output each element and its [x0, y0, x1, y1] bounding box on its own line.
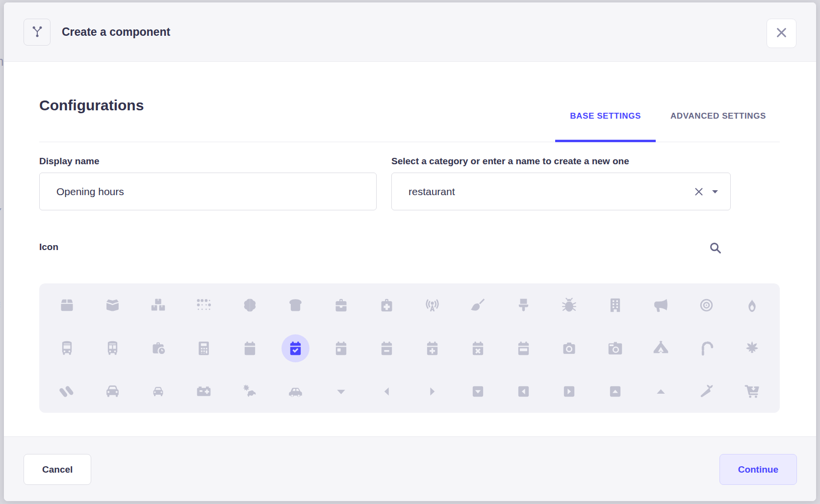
- background-text-fragment: i: [0, 106, 4, 121]
- dimmed-page-background: emtiertYnt≡t: [0, 0, 4, 504]
- icon-option-burn[interactable]: [729, 283, 775, 327]
- background-text-fragment: ≡: [0, 297, 4, 312]
- icon-option-braille[interactable]: [181, 283, 227, 327]
- icon-option-broom[interactable]: [455, 283, 501, 327]
- icon-option-calendar-check[interactable]: [273, 327, 318, 370]
- modal-header: Create a component: [4, 2, 816, 62]
- caret-down-icon[interactable]: [712, 173, 718, 210]
- background-text-fragment: m: [0, 54, 4, 69]
- icon-option-caret-square-up[interactable]: [592, 370, 638, 413]
- settings-tabs: BASE SETTINGSADVANCED SETTINGS: [555, 98, 781, 142]
- icon-option-capsules[interactable]: [44, 370, 90, 413]
- icon-option-campground[interactable]: [638, 327, 684, 370]
- background-text-fragment: r: [0, 159, 4, 175]
- icon-option-calendar-plus[interactable]: [410, 327, 455, 370]
- background-text-fragment: t: [0, 251, 4, 266]
- icon-option-caret-up[interactable]: [638, 370, 684, 413]
- icon-option-car-alt[interactable]: [135, 370, 181, 413]
- cancel-button[interactable]: Cancel: [24, 454, 91, 485]
- icon-option-briefcase[interactable]: [318, 283, 364, 327]
- background-text-fragment: t: [0, 184, 4, 200]
- icon-option-camera-retro[interactable]: [592, 327, 638, 370]
- background-text-fragment: e: [0, 133, 4, 148]
- icon-option-caret-down[interactable]: [318, 370, 364, 413]
- tab-base-settings[interactable]: BASE SETTINGS: [555, 98, 656, 142]
- continue-button[interactable]: Continue: [719, 454, 797, 485]
- icon-grid: [39, 283, 780, 413]
- background-text-fragment: n: [0, 227, 4, 242]
- icon-option-bullhorn[interactable]: [638, 283, 684, 327]
- icon-option-calendar-week[interactable]: [501, 327, 546, 370]
- display-name-label: Display name: [39, 156, 100, 167]
- modal-footer: Cancel Continue: [4, 436, 816, 501]
- icon-option-car-side[interactable]: [273, 370, 318, 413]
- create-component-modal: Create a component Configurations BASE S…: [4, 2, 816, 501]
- icon-option-brain[interactable]: [227, 283, 273, 327]
- component-icon-box: [24, 19, 51, 46]
- category-label: Select a category or enter a name to cre…: [391, 156, 629, 167]
- icon-option-bus[interactable]: [44, 327, 90, 370]
- icon-option-camera[interactable]: [546, 327, 592, 370]
- component-branch-icon: [30, 24, 45, 41]
- magnifier-icon[interactable]: [707, 240, 723, 255]
- icon-option-briefcase-medical[interactable]: [364, 283, 410, 327]
- icon-option-cannabis[interactable]: [729, 327, 775, 370]
- icon-option-boxes[interactable]: [135, 283, 181, 327]
- icon-option-bread-slice[interactable]: [273, 283, 318, 327]
- icon-option-calendar-times[interactable]: [455, 327, 501, 370]
- icon-option-candy-cane[interactable]: [684, 327, 729, 370]
- icon-option-box[interactable]: [44, 283, 90, 327]
- icon-option-carrot[interactable]: [684, 370, 729, 413]
- close-x-icon: [775, 26, 788, 41]
- icon-option-calendar-day[interactable]: [318, 327, 364, 370]
- icon-option-bus-alt[interactable]: [90, 327, 135, 370]
- icon-option-car[interactable]: [90, 370, 135, 413]
- clear-x-icon[interactable]: [693, 173, 705, 210]
- background-text-fragment: e: [0, 19, 4, 34]
- category-selected-value: restaurant: [392, 186, 730, 198]
- icon-option-car-crash[interactable]: [227, 370, 273, 413]
- icon-option-cart-arrow-down[interactable]: [729, 370, 775, 413]
- icon-option-brush[interactable]: [501, 283, 546, 327]
- icon-option-caret-left[interactable]: [364, 370, 410, 413]
- icon-option-bullseye[interactable]: [684, 283, 729, 327]
- page-title: Configurations: [39, 97, 144, 114]
- icon-option-bug[interactable]: [546, 283, 592, 327]
- icon-option-caret-square-left[interactable]: [501, 370, 546, 413]
- icon-option-caret-square-right[interactable]: [546, 370, 592, 413]
- icon-option-caret-square-down[interactable]: [455, 370, 501, 413]
- icon-option-caret-right[interactable]: [410, 370, 455, 413]
- icon-option-calendar[interactable]: [227, 327, 273, 370]
- modal-title: Create a component: [62, 2, 170, 62]
- tab-advanced-settings[interactable]: ADVANCED SETTINGS: [656, 98, 781, 142]
- display-name-input[interactable]: [39, 173, 377, 210]
- selected-icon-halo: [282, 334, 309, 362]
- icon-option-box-open[interactable]: [90, 283, 135, 327]
- icon-option-broadcast-tower[interactable]: [410, 283, 455, 327]
- icon-option-business-time[interactable]: [135, 327, 181, 370]
- category-select[interactable]: restaurant: [391, 173, 731, 210]
- icon-option-car-battery[interactable]: [181, 370, 227, 413]
- background-text-fragment: Y: [0, 205, 4, 221]
- icon-picker-panel: [39, 283, 780, 413]
- icon-option-building[interactable]: [592, 283, 638, 327]
- icon-option-calendar-minus[interactable]: [364, 327, 410, 370]
- background-text-fragment: t: [0, 430, 4, 445]
- icon-option-calculator[interactable]: [181, 327, 227, 370]
- background-text-fragment: t: [0, 81, 4, 96]
- icon-section-label: Icon: [39, 242, 58, 252]
- close-button[interactable]: [767, 19, 796, 48]
